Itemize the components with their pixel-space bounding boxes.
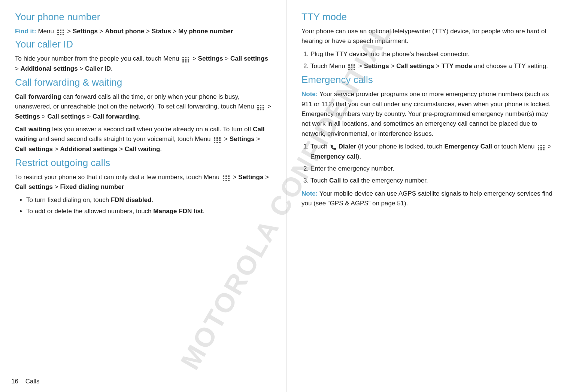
svg-rect-28 <box>216 137 218 139</box>
svg-rect-60 <box>538 149 539 150</box>
emergency-calls-list: Touch Dialer (if your phone is locked, t… <box>310 142 558 186</box>
svg-rect-14 <box>188 59 189 61</box>
svg-rect-45 <box>348 64 350 66</box>
svg-rect-56 <box>543 145 545 146</box>
right-column: TTY mode Your phone can use an optional … <box>286 0 573 392</box>
section-your-caller-id: Your caller ID To hide your number from … <box>15 39 271 74</box>
find-it-phone-number: Find it: Menu > Settings > <box>15 27 271 36</box>
svg-rect-16 <box>185 61 187 62</box>
svg-rect-39 <box>223 178 224 179</box>
tty-mode-para: Your phone can use an optional teletypew… <box>301 27 558 46</box>
svg-rect-55 <box>540 145 542 146</box>
section-title-your-phone-number: Your phone number <box>15 11 271 23</box>
svg-rect-21 <box>257 107 259 108</box>
menu-icon-5 <box>222 174 230 180</box>
svg-rect-53 <box>354 69 355 70</box>
svg-rect-3 <box>57 32 59 33</box>
list-item-manage-fdn: To add or delete the allowed numbers, to… <box>26 206 271 216</box>
svg-rect-6 <box>57 34 59 35</box>
section-emergency-calls: Emergency calls Note: Your service provi… <box>301 74 558 208</box>
svg-rect-49 <box>351 67 352 68</box>
caller-id-para: To hide your number from the people you … <box>15 54 271 74</box>
svg-rect-17 <box>188 61 189 62</box>
svg-rect-20 <box>263 105 264 106</box>
section-tty-mode: TTY mode Your phone can use an optional … <box>301 11 558 71</box>
svg-rect-0 <box>57 30 59 31</box>
menu-icon-4 <box>213 136 221 142</box>
section-restrict-outgoing: Restrict outgoing calls To restrict your… <box>15 157 271 216</box>
find-it-label: Find it: <box>15 28 36 35</box>
svg-rect-9 <box>182 57 184 58</box>
svg-rect-2 <box>63 30 64 31</box>
svg-rect-50 <box>354 67 355 68</box>
section-title-your-caller-id: Your caller ID <box>15 39 271 50</box>
restrict-outgoing-list: To turn fixed dialing on, touch FDN disa… <box>26 195 271 217</box>
svg-rect-31 <box>216 140 218 141</box>
section-title-emergency-calls: Emergency calls <box>301 74 558 86</box>
svg-rect-48 <box>348 67 350 68</box>
note-label-2: Note: <box>301 190 318 197</box>
svg-rect-42 <box>223 180 224 181</box>
emergency-step-1: Touch Dialer (if your phone is locked, t… <box>310 142 558 162</box>
page-number: 16 <box>11 378 18 385</box>
svg-rect-44 <box>228 180 230 181</box>
section-your-phone-number: Your phone number Find it: Menu <box>15 11 271 36</box>
svg-rect-57 <box>538 147 539 148</box>
svg-rect-4 <box>60 32 61 33</box>
svg-rect-37 <box>225 175 227 177</box>
menu-icon-1 <box>57 28 65 34</box>
svg-rect-26 <box>263 109 264 110</box>
svg-rect-18 <box>257 105 259 106</box>
list-item-fdn-disabled: To turn fixed dialing on, touch FDN disa… <box>26 195 271 205</box>
page: MOTOROLA CONFIDENTIAL Your phone number … <box>0 0 573 392</box>
note-label-1: Note: <box>301 91 318 98</box>
emergency-note-2: Note: Your mobile device can use AGPS sa… <box>301 189 558 209</box>
svg-rect-43 <box>225 180 227 181</box>
svg-rect-33 <box>214 142 215 143</box>
svg-rect-41 <box>228 178 230 179</box>
svg-rect-40 <box>225 178 227 179</box>
menu-icon-3 <box>257 104 265 110</box>
restrict-outgoing-para: To restrict your phone so that it can on… <box>15 172 271 192</box>
svg-rect-59 <box>543 147 545 148</box>
tty-mode-list: Plug the TTY device into the phone’s hea… <box>310 49 558 71</box>
svg-rect-51 <box>348 69 350 70</box>
svg-rect-36 <box>223 175 224 177</box>
emergency-step-2: Enter the emergency number. <box>310 164 558 174</box>
menu-icon-7 <box>537 144 545 150</box>
svg-rect-22 <box>260 107 261 108</box>
svg-rect-32 <box>219 140 221 141</box>
svg-rect-23 <box>263 107 264 108</box>
call-forwarding-para2: Call waiting lets you answer a second ca… <box>15 125 271 154</box>
svg-rect-29 <box>219 137 221 139</box>
menu-icon-6 <box>348 63 356 69</box>
emergency-step-3: Touch Call to call the emergency number. <box>310 176 558 186</box>
svg-rect-11 <box>188 57 189 58</box>
svg-rect-54 <box>538 145 539 146</box>
svg-rect-27 <box>214 137 215 139</box>
svg-rect-25 <box>260 109 261 110</box>
svg-rect-62 <box>543 149 545 150</box>
dialer-icon <box>330 142 336 151</box>
svg-rect-12 <box>182 59 184 61</box>
tty-step-1: Plug the TTY device into the phone’s hea… <box>310 49 558 59</box>
svg-rect-47 <box>354 64 355 66</box>
section-title-restrict-outgoing: Restrict outgoing calls <box>15 157 271 169</box>
svg-rect-30 <box>214 140 215 141</box>
svg-rect-38 <box>228 175 230 177</box>
svg-rect-13 <box>185 59 187 61</box>
section-call-forwarding: Call forwarding & waiting Call forwardin… <box>15 77 271 154</box>
emergency-note-1: Note: Your service provider programs one… <box>301 89 558 139</box>
svg-rect-24 <box>257 109 259 110</box>
tty-step-2: Touch Menu <box>310 61 558 71</box>
svg-rect-35 <box>219 142 221 143</box>
left-column: Your phone number Find it: Menu <box>0 0 286 392</box>
page-footer: 16 Calls <box>11 378 40 385</box>
svg-rect-52 <box>351 69 352 70</box>
footer-section: Calls <box>25 378 40 385</box>
svg-rect-19 <box>260 105 261 106</box>
svg-rect-8 <box>63 34 64 35</box>
svg-rect-5 <box>63 32 64 33</box>
section-title-tty-mode: TTY mode <box>301 11 558 23</box>
svg-rect-1 <box>60 30 61 31</box>
